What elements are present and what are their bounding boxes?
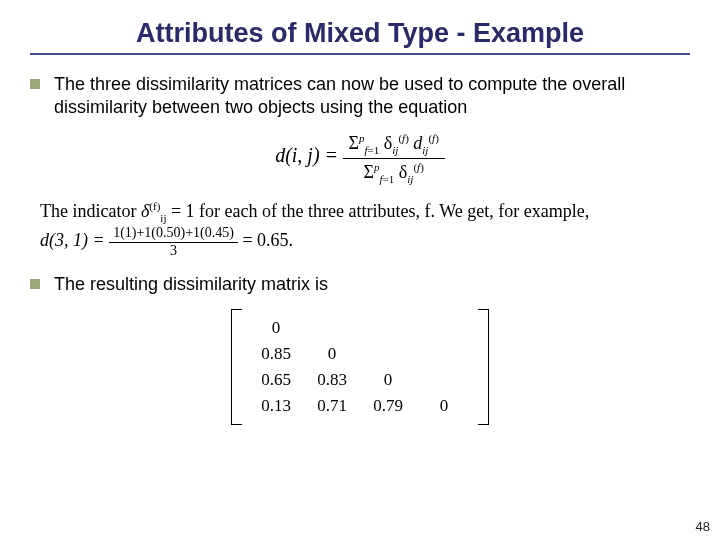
indicator-pre: The indicator xyxy=(40,201,141,221)
matrix-cell: 0.65 xyxy=(248,367,304,393)
d31-fraction: 1(1)+1(0.50)+1(0.45) 3 xyxy=(109,226,238,258)
matrix-cell xyxy=(416,341,472,367)
formula-numerator: Σpf=1 δij(f) dij(f) xyxy=(343,132,445,159)
square-bullet-icon xyxy=(30,279,40,289)
matrix-row: 0.85 0 xyxy=(248,341,472,367)
formula-lhs: d(i, j) = xyxy=(275,144,338,166)
matrix-cell xyxy=(360,315,416,341)
matrix-cell xyxy=(416,315,472,341)
bullet-1-text: The three dissimilarity matrices can now… xyxy=(54,73,690,118)
indicator-paragraph: The indicator δ(f)ij = 1 for each of the… xyxy=(40,198,690,258)
d31-rhs: = 0.65. xyxy=(242,231,293,251)
page-number: 48 xyxy=(696,519,710,534)
matrix-row: 0.13 0.71 0.79 0 xyxy=(248,393,472,419)
indicator-post: = 1 for each of the three attributes, f.… xyxy=(166,201,589,221)
matrix-brackets: 0 0.85 0 0.65 0.83 0 xyxy=(231,309,489,425)
formula-denominator: Σpf=1 δij(f) xyxy=(343,159,445,185)
matrix-cell: 0 xyxy=(248,315,304,341)
matrix-cell: 0.13 xyxy=(248,393,304,419)
indicator-sup: (f) xyxy=(149,200,160,212)
slide: Attributes of Mixed Type - Example The t… xyxy=(0,0,720,540)
formula-fraction: Σpf=1 δij(f) dij(f) Σpf=1 δij(f) xyxy=(343,132,445,184)
matrix-table: 0 0.85 0 0.65 0.83 0 xyxy=(248,315,472,419)
matrix-cell: 0 xyxy=(416,393,472,419)
right-bracket-icon xyxy=(478,309,489,425)
matrix-cell: 0 xyxy=(304,341,360,367)
title-underline xyxy=(30,53,690,55)
matrix-cell: 0.79 xyxy=(360,393,416,419)
d31-lhs: d(3, 1) = xyxy=(40,231,109,251)
matrix-cell: 0.71 xyxy=(304,393,360,419)
slide-title: Attributes of Mixed Type - Example xyxy=(30,18,690,49)
main-formula: d(i, j) = Σpf=1 δij(f) dij(f) Σpf=1 δij(… xyxy=(30,132,690,184)
bullet-2-text: The resulting dissimilarity matrix is xyxy=(54,273,328,296)
bullet-2: The resulting dissimilarity matrix is xyxy=(30,273,690,296)
matrix-cell xyxy=(416,367,472,393)
left-bracket-icon xyxy=(231,309,242,425)
matrix-cell xyxy=(304,315,360,341)
d31-den: 3 xyxy=(109,243,238,259)
matrix-row: 0.65 0.83 0 xyxy=(248,367,472,393)
bullet-1: The three dissimilarity matrices can now… xyxy=(30,73,690,118)
matrix-cell: 0.83 xyxy=(304,367,360,393)
d31-num: 1(1)+1(0.50)+1(0.45) xyxy=(109,226,238,243)
matrix-row: 0 xyxy=(248,315,472,341)
matrix-cell: 0.85 xyxy=(248,341,304,367)
matrix-cell xyxy=(360,341,416,367)
matrix-cell: 0 xyxy=(360,367,416,393)
dissimilarity-matrix: 0 0.85 0 0.65 0.83 0 xyxy=(30,309,690,429)
square-bullet-icon xyxy=(30,79,40,89)
